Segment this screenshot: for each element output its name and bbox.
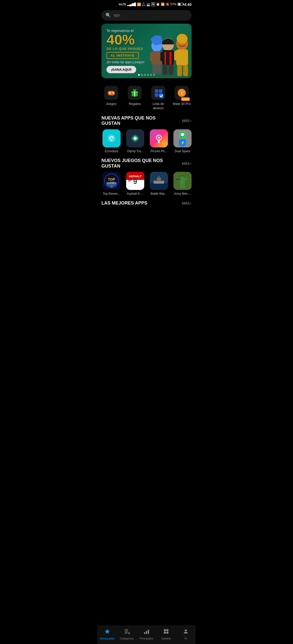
- category-wishlist[interactable]: Lista dedeseos: [148, 86, 168, 110]
- svg-rect-78: [180, 183, 182, 188]
- svg-rect-80: [176, 179, 180, 180]
- wishlist-label: Lista dedeseos: [153, 102, 164, 110]
- clock: 4:40: [184, 2, 192, 7]
- svg-point-38: [111, 140, 112, 141]
- bottom-navigation: Destacadas Categorías Principales: [97, 626, 196, 644]
- svg-rect-28: [134, 91, 135, 97]
- gana-badge: GANA: [181, 97, 190, 101]
- principales-icon: [143, 628, 150, 636]
- banner-all-apps: ¡En todas las apps y juegos!: [106, 60, 187, 64]
- svg-rect-93: [125, 633, 127, 634]
- svg-rect-29: [155, 89, 158, 93]
- game-asphalt9[interactable]: ASPHALT 9 Asphalt 9: ...: [125, 172, 145, 195]
- svg-rect-92: [125, 632, 128, 632]
- asphalt9-label: Asphalt 9: ...: [125, 192, 145, 195]
- screen-icon: 💻: [146, 3, 150, 6]
- econduce-label: Econduce: [101, 149, 122, 153]
- svg-rect-30: [159, 89, 162, 93]
- categories-row: Juegos Regalos Lista dedeseos: [97, 83, 196, 115]
- svg-rect-72: [160, 180, 163, 181]
- battery-icon: [177, 3, 183, 6]
- nav-principales[interactable]: Principales: [139, 628, 154, 640]
- search-icon: 🔍: [105, 13, 111, 18]
- categorias-label: Categorías: [120, 637, 134, 640]
- svg-rect-100: [166, 629, 168, 631]
- new-apps-more[interactable]: MÁS ›: [182, 119, 192, 123]
- nav-gestion[interactable]: Gestión: [159, 628, 174, 640]
- svg-rect-99: [164, 629, 166, 631]
- app-picsart[interactable]: PicsArt Ph...: [149, 129, 169, 153]
- asphalt9-icon: ASPHALT 9: [126, 172, 144, 190]
- games-icon: [104, 86, 118, 100]
- new-apps-scroll: Econduce Olymp Tra...: [97, 129, 196, 158]
- alarm-icon: ⏰: [156, 3, 160, 6]
- signal-icon: ▂▄▆█: [127, 3, 136, 6]
- svg-rect-101: [164, 632, 166, 634]
- search-input[interactable]: [114, 13, 188, 18]
- category-games[interactable]: Juegos: [101, 86, 121, 110]
- dualspace-icon: 💬 ⚡ f 📷: [173, 129, 192, 147]
- battlewarship-label: Battle War...: [149, 192, 169, 195]
- new-apps-header: NUEVAS APPS QUE NOSGUSTAN MÁS ›: [97, 115, 196, 129]
- banner-cta-button[interactable]: ¡GANA AQUÍ!: [106, 66, 136, 73]
- svg-text:🎨: 🎨: [179, 90, 185, 96]
- new-games-scroll: TOP ELEVEN 10 Top Eleven... ASPHALT 9 As…: [97, 172, 196, 200]
- best-apps-title: LAS MEJORES APPS: [101, 200, 147, 206]
- app-dualspace[interactable]: 💬 ⚡ f 📷 Dual Space: [172, 129, 193, 153]
- svg-text:10: 10: [110, 185, 113, 188]
- promo-banner: Te regresamos el 40% DE LO QUE PAGUES AL…: [101, 24, 192, 78]
- categorias-icon: [124, 628, 130, 636]
- nav-categorias[interactable]: Categorías: [119, 628, 134, 640]
- topeleven-icon: TOP ELEVEN 10: [102, 172, 121, 190]
- svg-rect-98: [148, 630, 149, 634]
- banner-text: Te regresamos el 40% DE LO QUE PAGUES AL…: [106, 29, 187, 73]
- nav-destacadas[interactable]: Destacadas: [100, 628, 115, 640]
- svg-rect-97: [146, 631, 147, 634]
- olymptrade-icon: [126, 129, 144, 147]
- search-bar[interactable]: 🔍: [101, 10, 192, 21]
- olymptrade-label: Olymp Tra...: [125, 149, 145, 153]
- svg-point-25: [113, 93, 114, 94]
- game-armymen[interactable]: Army Men ...: [172, 172, 193, 195]
- best-apps-more[interactable]: MÁS ›: [182, 201, 192, 205]
- dualspace-label: Dual Space: [172, 149, 193, 153]
- svg-rect-90: [125, 629, 128, 630]
- svg-point-41: [134, 137, 137, 140]
- dot-4: [147, 74, 149, 76]
- principales-label: Principales: [140, 637, 153, 640]
- gifts-icon: [128, 86, 142, 100]
- banner-al-instante: AL INSTANTE: [106, 52, 139, 59]
- chevron-right-icon: ›: [190, 119, 192, 123]
- wifi-icon: 📶: [137, 3, 141, 6]
- games-label: Juegos: [106, 102, 117, 106]
- yo-label: Yo: [184, 637, 187, 640]
- category-gifts[interactable]: Regalos: [125, 86, 145, 110]
- data-speed: 3K/s: [142, 2, 145, 7]
- svg-rect-45: [158, 140, 160, 143]
- armymen-label: Army Men ...: [172, 192, 193, 195]
- banner-de-lo: DE LO QUE PAGUES: [106, 47, 187, 51]
- econduce-icon: [102, 129, 121, 147]
- best-apps-header: LAS MEJORES APPS MÁS ›: [97, 200, 196, 209]
- svg-rect-96: [144, 632, 145, 634]
- gifts-label: Regalos: [129, 102, 141, 106]
- dot-1: [138, 74, 140, 76]
- svg-rect-31: [155, 93, 158, 97]
- app-olymptrade[interactable]: Olymp Tra...: [125, 129, 145, 153]
- svg-rect-79: [183, 183, 185, 188]
- svg-rect-71: [155, 180, 158, 181]
- new-games-title: NUEVOS JUEGOS QUE NOSGUSTAN: [101, 158, 163, 169]
- new-games-more[interactable]: MÁS ›: [182, 162, 192, 166]
- bluetooth-icon: 📶: [161, 3, 165, 6]
- new-games-header: NUEVOS JUEGOS QUE NOSGUSTAN MÁS ›: [97, 158, 196, 172]
- nav-yo[interactable]: Yo: [178, 628, 193, 640]
- silent-icon: 🔕: [166, 3, 169, 6]
- app-econduce[interactable]: Econduce: [101, 129, 122, 153]
- game-battlewarship[interactable]: Battle War...: [149, 172, 169, 195]
- game-topeleven[interactable]: TOP ELEVEN 10 Top Eleven...: [101, 172, 122, 195]
- category-mate30[interactable]: 🎨 GANA Mate 30 Pro: [172, 86, 192, 110]
- svg-rect-75: [180, 178, 185, 184]
- gestion-icon: [163, 628, 169, 636]
- picsart-label: PicsArt Ph...: [149, 149, 169, 153]
- svg-point-24: [112, 92, 113, 93]
